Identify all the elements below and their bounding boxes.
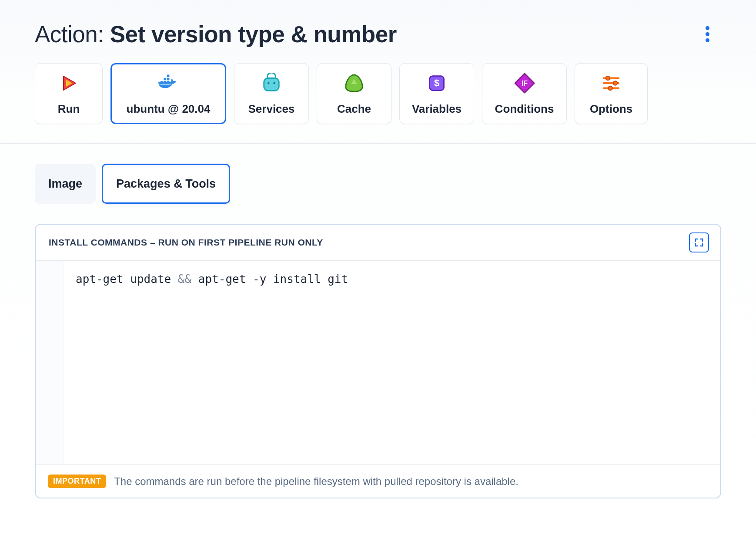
page-title: Action: Set version type & number (35, 21, 397, 47)
package-icon (260, 72, 283, 94)
kebab-dot-icon (706, 38, 709, 42)
tab-variables[interactable]: $ Variables (399, 63, 474, 124)
blob-icon (343, 72, 365, 94)
install-commands-panel: Install commands – run on first pipeline… (35, 224, 721, 498)
tab-options[interactable]: Options (575, 63, 648, 124)
divider (0, 143, 756, 144)
svg-rect-3 (164, 77, 166, 80)
tab-label: Options (590, 102, 632, 116)
code-editor[interactable]: apt-get update && apt-get -y install git (64, 261, 720, 464)
sub-tabs: Image Packages & Tools (35, 164, 721, 204)
editor-header-label: Install commands – run on first pipeline… (49, 237, 323, 248)
tab-label: Run (58, 102, 80, 116)
svg-rect-6 (264, 78, 279, 91)
docker-icon (157, 72, 180, 94)
editor-gutter (36, 261, 64, 464)
sub-tab-image[interactable]: Image (35, 164, 96, 204)
tab-conditions[interactable]: IF Conditions (482, 63, 567, 124)
svg-text:IF: IF (521, 80, 527, 87)
play-icon (57, 72, 80, 94)
svg-rect-5 (167, 74, 170, 77)
editor-header: Install commands – run on first pipeline… (36, 225, 720, 261)
svg-point-15 (606, 76, 610, 80)
diamond-if-icon: IF (513, 72, 536, 94)
kebab-dot-icon (706, 32, 709, 36)
svg-text:$: $ (434, 77, 439, 88)
page-title-name: Set version type & number (110, 21, 397, 47)
tab-run[interactable]: Run (35, 63, 103, 124)
tab-cache[interactable]: Cache (317, 63, 391, 124)
dollar-icon: $ (425, 72, 448, 94)
tab-environment[interactable]: ubuntu @ 20.04 (110, 63, 226, 124)
editor-footer: IMPORTANT The commands are run before th… (36, 464, 720, 498)
expand-icon (694, 237, 704, 248)
kebab-dot-icon (706, 26, 709, 30)
sub-tab-packages-tools[interactable]: Packages & Tools (102, 164, 230, 204)
code-text: apt-get update (76, 273, 178, 286)
tab-label: Cache (337, 102, 371, 116)
svg-point-7 (268, 82, 270, 84)
svg-point-16 (613, 81, 618, 85)
top-tabs: Run ubuntu @ 20.04 (35, 63, 721, 124)
sliders-icon (600, 72, 622, 94)
sub-tab-label: Image (48, 177, 82, 191)
svg-point-17 (608, 86, 612, 90)
sub-tab-label: Packages & Tools (116, 177, 216, 191)
tab-services[interactable]: Services (234, 63, 309, 124)
tab-label: Services (248, 102, 295, 116)
code-operator: && (178, 273, 191, 286)
expand-editor-button[interactable] (689, 232, 709, 252)
code-text: apt-get -y install git (191, 273, 348, 286)
tab-label: Variables (412, 102, 462, 116)
important-badge: IMPORTANT (48, 475, 106, 488)
tab-label: Conditions (495, 102, 554, 116)
tab-label: ubuntu @ 20.04 (127, 102, 211, 116)
footer-note: The commands are run before the pipeline… (114, 475, 518, 488)
svg-point-8 (273, 82, 275, 84)
svg-rect-4 (167, 77, 170, 80)
page-title-prefix: Action: (35, 21, 110, 47)
page-header: Action: Set version type & number (35, 21, 721, 47)
editor-body[interactable]: apt-get update && apt-get -y install git (36, 261, 720, 464)
more-menu-button[interactable] (698, 25, 717, 44)
